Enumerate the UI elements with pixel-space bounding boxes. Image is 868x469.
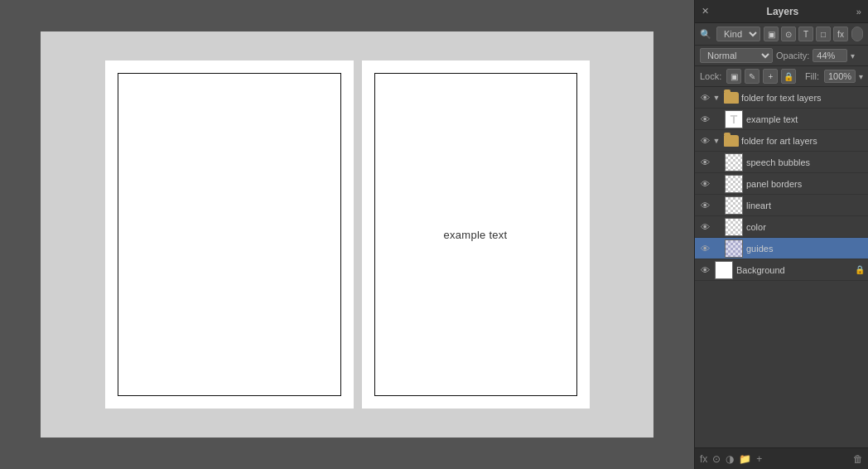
filter-type-button[interactable]: T xyxy=(798,27,813,41)
eye-icon-color[interactable]: 👁 xyxy=(698,220,711,234)
layer-name-folder-art: folder for art layers xyxy=(741,136,865,146)
canvas-spread: example text xyxy=(41,31,653,438)
eye-icon-panel-borders[interactable]: 👁 xyxy=(698,177,711,191)
layer-name-example-text: example text xyxy=(746,114,865,124)
blending-row: Normal Opacity: ▾ xyxy=(695,46,868,66)
lock-artboard-button[interactable]: + xyxy=(763,69,778,84)
eye-icon-folder-art[interactable]: 👁 xyxy=(698,134,711,147)
eye-icon-speech-bubbles[interactable]: 👁 xyxy=(698,156,711,169)
layer-thumb-panel-borders xyxy=(725,175,743,193)
filter-row: 🔍 Kind ▣ ⊙ T □ fx xyxy=(695,23,868,46)
layer-thumb-example-text: T xyxy=(725,110,743,128)
lock-row: Lock: ▣ ✎ + 🔒 Fill: ▾ xyxy=(695,66,868,87)
panel-titlebar: ✕ Layers » xyxy=(695,0,868,23)
eye-icon-folder-text[interactable]: 👁 xyxy=(698,91,711,104)
kind-filter-select[interactable]: Kind xyxy=(716,27,760,41)
fill-label: Fill: xyxy=(805,71,819,81)
layer-item-speech-bubbles[interactable]: 👁speech bubbles xyxy=(695,152,868,173)
create-layer-button[interactable]: + xyxy=(756,453,762,465)
canvas-example-text: example text xyxy=(444,229,508,241)
lock-pixels-button[interactable]: ▣ xyxy=(726,69,741,84)
layer-item-panel-borders[interactable]: 👁panel borders xyxy=(695,173,868,195)
folder-icon-folder-text xyxy=(724,92,739,104)
opacity-input[interactable] xyxy=(813,49,847,62)
fill-input[interactable] xyxy=(824,70,856,83)
layer-item-lineart[interactable]: 👁lineart xyxy=(695,195,868,216)
fill-arrow: ▾ xyxy=(859,72,863,81)
layer-thumb-background xyxy=(715,261,733,279)
filter-toggle[interactable] xyxy=(851,27,863,41)
canvas-page-right: example text xyxy=(362,60,590,409)
lock-all-button[interactable]: 🔒 xyxy=(781,69,796,84)
layer-item-color[interactable]: 👁color xyxy=(695,216,868,238)
canvas-area: example text xyxy=(0,0,694,469)
canvas-page-left xyxy=(105,60,354,409)
filter-icons: ▣ ⊙ T □ fx xyxy=(764,27,848,41)
layer-name-folder-text: folder for text layers xyxy=(741,93,865,103)
layers-list: 👁▼folder for text layers👁Texample text👁▼… xyxy=(695,87,868,447)
layer-item-folder-art[interactable]: 👁▼folder for art layers xyxy=(695,130,868,152)
layer-thumb-color xyxy=(725,218,743,236)
delete-layer-button[interactable]: 🗑 xyxy=(853,453,863,465)
blend-mode-select[interactable]: Normal xyxy=(700,48,773,63)
eye-icon-example-text[interactable]: 👁 xyxy=(698,113,711,126)
text-thumb-icon-example-text: T xyxy=(731,113,738,126)
layer-thumb-guides xyxy=(725,239,743,258)
layer-name-panel-borders: panel borders xyxy=(746,179,865,189)
layer-name-guides: guides xyxy=(746,244,865,254)
eye-icon-background[interactable]: 👁 xyxy=(698,264,711,277)
layer-name-speech-bubbles: speech bubbles xyxy=(746,157,865,167)
add-mask-button[interactable]: ⊙ xyxy=(712,453,721,465)
panel-bottom: fx ⊙ ◑ 📁 + 🗑 xyxy=(695,447,868,469)
eye-icon-guides[interactable]: 👁 xyxy=(698,242,711,255)
group-arrow-folder-art[interactable]: ▼ xyxy=(711,136,721,146)
filter-adjust-button[interactable]: ⊙ xyxy=(781,27,796,41)
layers-panel: ✕ Layers » 🔍 Kind ▣ ⊙ T □ fx Normal Opac… xyxy=(694,0,868,469)
layer-name-lineart: lineart xyxy=(746,201,865,210)
add-adjustment-button[interactable]: ◑ xyxy=(726,453,734,465)
layer-item-folder-text[interactable]: 👁▼folder for text layers xyxy=(695,87,868,109)
layer-item-guides[interactable]: 👁guides xyxy=(695,238,868,259)
create-group-button[interactable]: 📁 xyxy=(739,453,751,465)
group-arrow-folder-text[interactable]: ▼ xyxy=(711,93,721,103)
panel-title: Layers xyxy=(767,6,799,17)
layer-lock-icon-background: 🔒 xyxy=(855,265,865,274)
search-icon: 🔍 xyxy=(700,29,711,40)
opacity-arrow: ▾ xyxy=(851,51,855,60)
layer-name-color: color xyxy=(746,222,865,232)
expand-button[interactable]: » xyxy=(856,7,861,17)
layer-item-example-text[interactable]: 👁Texample text xyxy=(695,109,868,130)
layer-name-background: Background xyxy=(736,265,855,275)
close-button[interactable]: ✕ xyxy=(702,6,709,17)
filter-smart-button[interactable]: fx xyxy=(833,27,848,41)
opacity-label: Opacity: xyxy=(776,51,809,60)
add-style-button[interactable]: fx xyxy=(700,453,707,465)
filter-pixel-button[interactable]: ▣ xyxy=(764,27,779,41)
layer-thumb-lineart xyxy=(725,196,743,215)
folder-icon-folder-art xyxy=(724,135,739,147)
layer-thumb-speech-bubbles xyxy=(725,153,743,172)
lock-label: Lock: xyxy=(700,71,721,81)
page-inner-border-left xyxy=(118,73,341,396)
filter-shape-button[interactable]: □ xyxy=(816,27,831,41)
eye-icon-lineart[interactable]: 👁 xyxy=(698,199,711,212)
layer-item-background[interactable]: 👁Background🔒 xyxy=(695,259,868,281)
lock-position-button[interactable]: ✎ xyxy=(745,69,760,84)
